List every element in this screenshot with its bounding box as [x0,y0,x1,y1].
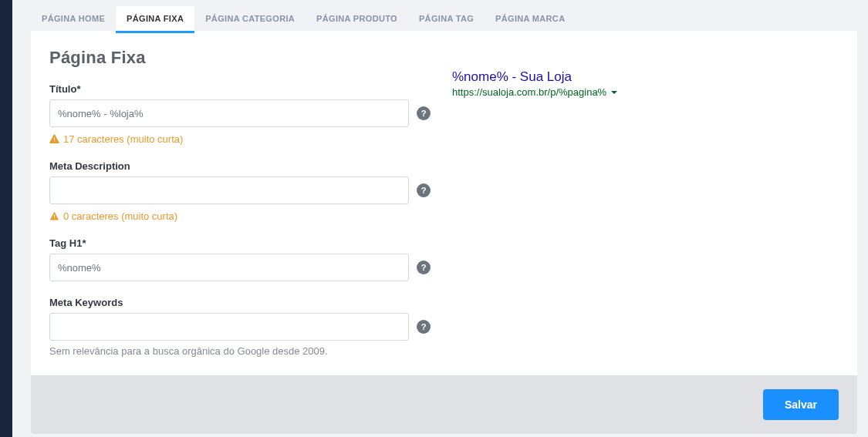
field-meta-description: Meta Description ? 0 caracteres (muito c… [49,160,431,222]
preview-title: %nome% - Sua Loja [452,69,839,85]
tab-pagina-produto[interactable]: PÁGINA PRODUTO [306,6,408,31]
validation-meta-description: 0 caracteres (muito curta) [49,210,431,222]
help-icon[interactable]: ? [417,261,431,274]
svg-point-1 [54,218,55,219]
warning-icon [49,134,59,144]
page-title: Página Fixa [49,48,431,68]
panel-footer: Salvar [31,375,857,434]
save-button[interactable]: Salvar [763,389,839,420]
form-column: Página Fixa Título* ? 17 caracteres [49,48,431,361]
content-panel: Página Fixa Título* ? 17 caracteres [31,31,857,434]
label-meta-keywords: Meta Keywords [49,297,431,308]
tab-pagina-marca[interactable]: PÁGINA MARCA [485,6,576,31]
validation-titulo: 17 caracteres (muito curta) [49,133,431,145]
field-titulo: Título* ? 17 caracteres (muito curta) [49,83,431,145]
input-tag-h1[interactable] [49,254,409,281]
tab-pagina-categoria[interactable]: PÁGINA CATEGORIA [194,6,306,31]
tab-pagina-tag[interactable]: PÁGINA TAG [408,6,485,31]
help-icon[interactable]: ? [417,320,431,334]
help-meta-keywords: Sem relevância para a busca orgânica do … [49,345,431,357]
svg-point-0 [54,141,55,142]
tab-pagina-fixa[interactable]: PÁGINA FIXA [116,6,194,31]
label-titulo: Título* [49,83,431,95]
tab-pagina-home[interactable]: PÁGINA HOME [31,6,116,31]
preview-url-row: https://sualoja.com.br/p/%pagina% [452,86,839,98]
preview-url: https://sualoja.com.br/p/%pagina% [452,86,606,98]
sidebar-sliver [0,0,12,437]
validation-text: 17 caracteres (muito curta) [63,133,183,145]
label-meta-description: Meta Description [49,160,431,172]
chevron-down-icon [611,91,617,94]
field-meta-keywords: Meta Keywords ? Sem relevância para a bu… [49,297,431,357]
input-meta-keywords[interactable] [49,313,409,341]
validation-text: 0 caracteres (muito curta) [63,210,177,222]
input-titulo[interactable] [49,99,409,127]
serp-preview: %nome% - Sua Loja https://sualoja.com.br… [452,48,839,361]
field-tag-h1: Tag H1* ? [49,237,431,281]
help-icon[interactable]: ? [417,106,431,120]
tab-bar: PÁGINA HOME PÁGINA FIXA PÁGINA CATEGORIA… [31,6,857,31]
main-content: PÁGINA HOME PÁGINA FIXA PÁGINA CATEGORIA… [12,0,868,437]
label-tag-h1: Tag H1* [49,237,431,249]
help-icon[interactable]: ? [417,183,431,197]
warning-icon [49,211,59,221]
input-meta-description[interactable] [49,176,409,204]
